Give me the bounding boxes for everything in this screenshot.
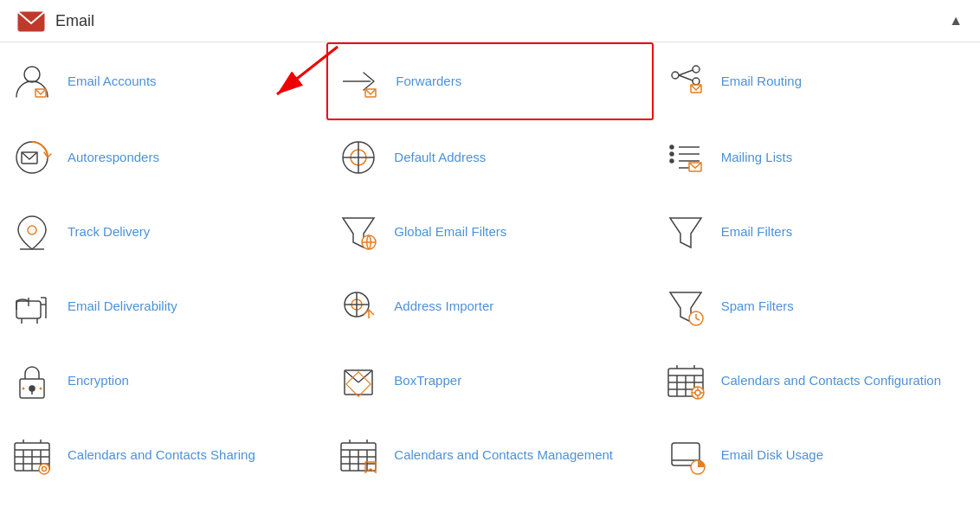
email-disk-usage-label: Email Disk Usage [721, 446, 823, 464]
email-accounts-icon [9, 58, 55, 105]
grid-item-forwarders[interactable]: Forwarders [326, 42, 653, 120]
forwarders-icon [337, 58, 384, 105]
grid-item-cal-contacts-sharing[interactable]: Calendars and Contacts Sharing [0, 418, 326, 492]
email-deliverability-label: Email Deliverability [68, 298, 177, 315]
svg-point-25 [670, 159, 674, 163]
email-deliverability-icon [9, 283, 55, 330]
spam-filters-icon [662, 283, 709, 330]
items-grid: Email Accounts Forwarders [0, 42, 980, 492]
svg-point-27 [28, 226, 36, 234]
svg-line-55 [345, 370, 358, 382]
grid-item-encryption[interactable]: Encryption [0, 343, 326, 418]
cal-contacts-sharing-label: Calendars and Contacts Sharing [68, 446, 255, 464]
email-routing-label: Email Routing [721, 73, 802, 90]
mailing-lists-icon [662, 134, 709, 181]
default-address-label: Default Address [394, 149, 486, 166]
boxtrapper-icon [335, 357, 382, 404]
collapse-chevron[interactable]: ▲ [949, 13, 963, 29]
track-delivery-icon [9, 209, 55, 255]
cal-contacts-config-icon [662, 357, 709, 404]
autoresponders-icon [9, 134, 55, 181]
grid-item-address-importer[interactable]: Address Importer [326, 269, 653, 343]
svg-marker-32 [670, 218, 701, 247]
grid-item-spam-filters[interactable]: Spam Filters [654, 269, 980, 343]
track-delivery-label: Track Delivery [68, 223, 150, 241]
svg-point-8 [693, 78, 700, 85]
autoresponders-label: Autoresponders [68, 149, 159, 166]
grid-item-cal-contacts-management[interactable]: Calendars and Contacts Management [326, 418, 653, 492]
items-grid-wrapper: Email Accounts Forwarders [0, 42, 980, 492]
address-importer-icon [335, 283, 382, 330]
cal-contacts-config-label: Calendars and Contacts Configuration [721, 372, 941, 389]
cal-contacts-sharing-icon [9, 432, 55, 478]
grid-item-email-routing[interactable]: Email Routing [654, 42, 980, 120]
grid-item-email-accounts[interactable]: Email Accounts [0, 42, 326, 120]
svg-point-24 [670, 152, 674, 156]
email-filters-label: Email Filters [721, 223, 793, 241]
forwarders-label: Forwarders [396, 73, 461, 90]
grid-item-default-address[interactable]: Default Address [326, 120, 653, 195]
email-routing-icon [662, 58, 709, 105]
encryption-label: Encryption [68, 372, 129, 389]
global-email-filters-icon [335, 209, 382, 255]
svg-point-52 [23, 388, 25, 390]
address-importer-label: Address Importer [394, 298, 493, 315]
svg-line-11 [679, 75, 693, 80]
email-disk-usage-icon [662, 432, 709, 478]
svg-point-50 [29, 386, 35, 391]
section-title: Email [55, 12, 94, 30]
grid-item-track-delivery[interactable]: Track Delivery [0, 195, 326, 269]
svg-point-3 [24, 67, 40, 82]
mailing-lists-label: Mailing Lists [721, 149, 793, 166]
global-email-filters-label: Global Email Filters [394, 223, 506, 241]
boxtrapper-label: BoxTrapper [394, 372, 461, 389]
svg-point-82 [39, 464, 49, 474]
header-left: Email [17, 9, 94, 33]
svg-point-53 [40, 388, 42, 390]
default-address-icon [335, 134, 382, 181]
svg-line-56 [358, 370, 372, 382]
grid-item-mailing-lists[interactable]: Mailing Lists [654, 120, 980, 195]
grid-item-cal-contacts-config[interactable]: Calendars and Contacts Configuration [654, 343, 980, 418]
grid-item-global-email-filters[interactable]: Global Email Filters [326, 195, 653, 269]
grid-item-email-filters[interactable]: Email Filters [654, 195, 980, 269]
cal-contacts-management-label: Calendars and Contacts Management [394, 446, 613, 464]
grid-item-autoresponders[interactable]: Autoresponders [0, 120, 326, 195]
section-header: Email ▲ [0, 0, 980, 42]
grid-item-boxtrapper[interactable]: BoxTrapper [326, 343, 653, 418]
svg-line-10 [679, 70, 693, 75]
email-filters-icon [662, 209, 709, 255]
email-section: Email ▲ [0, 0, 980, 492]
grid-item-email-deliverability[interactable]: Email Deliverability [0, 269, 326, 343]
svg-point-7 [693, 66, 700, 73]
grid-item-email-disk-usage[interactable]: Email Disk Usage [654, 418, 980, 492]
email-accounts-label: Email Accounts [68, 73, 157, 90]
spam-filters-label: Spam Filters [721, 298, 794, 315]
encryption-icon [9, 357, 55, 404]
svg-point-9 [672, 72, 679, 79]
cal-contacts-management-icon [335, 432, 382, 478]
svg-point-23 [670, 145, 674, 149]
email-header-icon [17, 9, 45, 33]
